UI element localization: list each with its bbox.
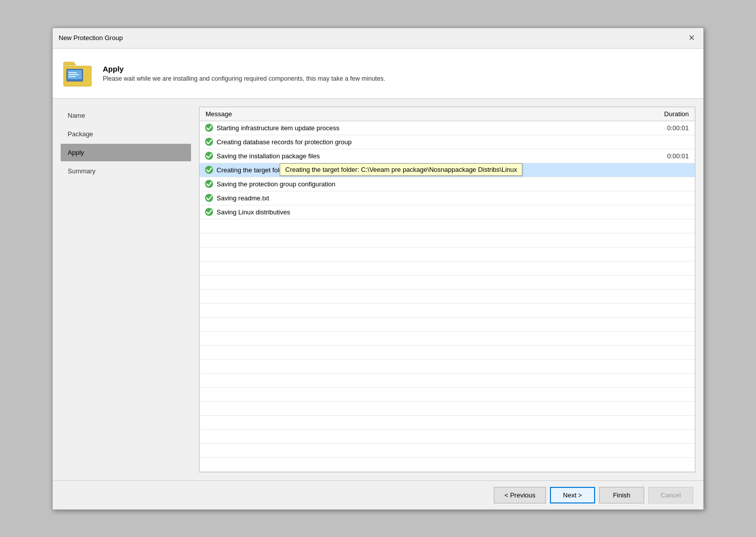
row-message: Creating database records for protection… bbox=[200, 135, 645, 148]
previous-button[interactable]: < Previous bbox=[494, 487, 546, 503]
empty-row bbox=[200, 360, 695, 374]
title-bar: New Protection Group ✕ bbox=[53, 28, 703, 49]
footer: < Previous Next > Finish Cancel bbox=[53, 480, 703, 509]
row-duration bbox=[645, 140, 695, 144]
check-icon bbox=[205, 123, 214, 132]
col-duration-header: Duration bbox=[645, 110, 695, 118]
empty-row bbox=[200, 374, 695, 388]
empty-row bbox=[200, 416, 695, 430]
main-panel: Message Duration Starting infrastructure… bbox=[199, 107, 695, 472]
sidebar-item-name[interactable]: Name bbox=[61, 107, 191, 124]
empty-row bbox=[200, 261, 695, 276]
header-text: Apply Please wait while we are installin… bbox=[103, 65, 386, 82]
content-area: NamePackageApplySummary Message Duration… bbox=[53, 99, 703, 480]
table-row: Saving readme.txt bbox=[200, 191, 695, 205]
empty-row bbox=[200, 388, 695, 402]
dialog-title: New Protection Group bbox=[59, 34, 123, 42]
row-message: Saving readme.txt bbox=[200, 191, 645, 204]
check-icon bbox=[205, 193, 214, 202]
empty-row bbox=[200, 458, 695, 472]
check-icon bbox=[205, 207, 214, 216]
table-row: Saving Linux distributives bbox=[200, 205, 695, 219]
next-button[interactable]: Next > bbox=[550, 487, 595, 503]
empty-row bbox=[200, 219, 695, 233]
table-row: Saving the installation package files0:0… bbox=[200, 149, 695, 163]
tooltip: Creating the target folder: C:\Veeam pre… bbox=[280, 163, 522, 176]
row-duration bbox=[645, 168, 695, 172]
check-icon bbox=[205, 179, 214, 188]
check-icon bbox=[205, 151, 214, 160]
empty-row bbox=[200, 247, 695, 261]
sidebar-item-apply[interactable]: Apply bbox=[61, 144, 191, 161]
sidebar-item-package[interactable]: Package bbox=[61, 125, 191, 143]
table-row: Saving the protection group configuratio… bbox=[200, 177, 695, 191]
table-header: Message Duration bbox=[200, 107, 695, 121]
row-duration bbox=[645, 182, 695, 186]
empty-row bbox=[200, 304, 695, 318]
cancel-button[interactable]: Cancel bbox=[648, 487, 693, 503]
empty-row bbox=[200, 318, 695, 332]
row-duration: 0:00:01 bbox=[645, 122, 695, 134]
finish-button[interactable]: Finish bbox=[599, 487, 644, 503]
empty-row bbox=[200, 346, 695, 360]
row-message: Saving the protection group configuratio… bbox=[200, 177, 645, 190]
svg-rect-5 bbox=[69, 76, 76, 77]
sidebar-item-summary[interactable]: Summary bbox=[61, 162, 191, 180]
check-icon bbox=[205, 137, 214, 146]
empty-row bbox=[200, 444, 695, 458]
header-section: Apply Please wait while we are installin… bbox=[53, 49, 703, 99]
empty-row bbox=[200, 233, 695, 247]
table-row: Starting infrastructure item update proc… bbox=[200, 121, 695, 135]
header-description: Please wait while we are installing and … bbox=[103, 75, 386, 82]
svg-rect-4 bbox=[69, 74, 79, 75]
row-duration: 0:00:01 bbox=[645, 150, 695, 162]
folder-icon bbox=[63, 57, 95, 89]
svg-rect-3 bbox=[69, 72, 77, 73]
row-duration bbox=[645, 196, 695, 200]
row-message: Starting infrastructure item update proc… bbox=[200, 121, 645, 134]
empty-row bbox=[200, 332, 695, 346]
table-row: Creating database records for protection… bbox=[200, 135, 695, 149]
empty-row bbox=[200, 276, 695, 290]
col-message-header: Message bbox=[200, 110, 645, 118]
empty-row bbox=[200, 430, 695, 444]
empty-row bbox=[200, 402, 695, 416]
close-button[interactable]: ✕ bbox=[685, 32, 697, 44]
dialog: New Protection Group ✕ Apply Please wait… bbox=[52, 28, 704, 510]
row-message: Saving Linux distributives bbox=[200, 205, 645, 218]
empty-row bbox=[200, 290, 695, 304]
check-icon bbox=[205, 165, 214, 174]
sidebar: NamePackageApplySummary bbox=[61, 107, 191, 472]
header-title: Apply bbox=[103, 65, 386, 73]
row-message: Saving the installation package files bbox=[200, 149, 645, 162]
row-duration bbox=[645, 210, 695, 214]
